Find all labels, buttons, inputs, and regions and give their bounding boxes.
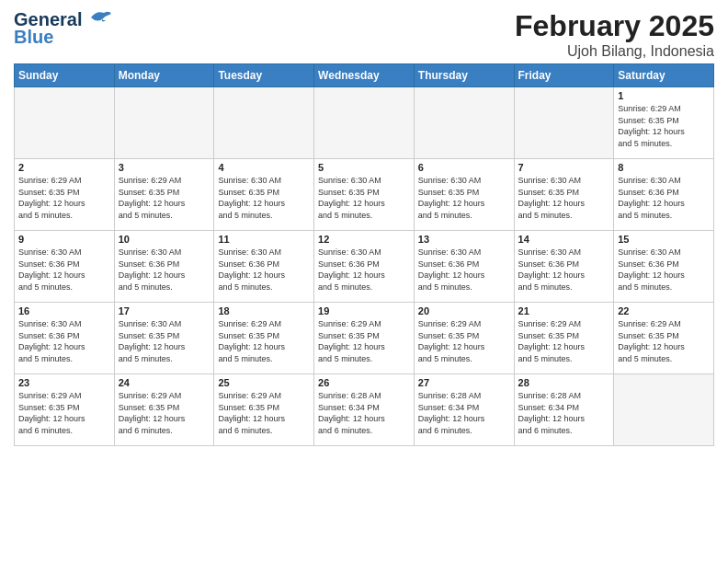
day-number: 4 bbox=[218, 162, 310, 173]
day-number: 16 bbox=[18, 305, 110, 316]
calendar-cell: 27Sunrise: 6:28 AM Sunset: 6:34 PM Dayli… bbox=[414, 374, 514, 446]
calendar-cell: 24Sunrise: 6:29 AM Sunset: 6:35 PM Dayli… bbox=[114, 374, 214, 446]
day-info: Sunrise: 6:29 AM Sunset: 6:35 PM Dayligh… bbox=[318, 318, 410, 364]
calendar-table: Sunday Monday Tuesday Wednesday Thursday… bbox=[14, 63, 714, 446]
header-thursday: Thursday bbox=[414, 64, 514, 87]
day-info: Sunrise: 6:29 AM Sunset: 6:35 PM Dayligh… bbox=[218, 318, 310, 364]
calendar-cell: 6Sunrise: 6:30 AM Sunset: 6:35 PM Daylig… bbox=[414, 159, 514, 231]
day-number: 24 bbox=[119, 377, 210, 388]
calendar-cell: 9Sunrise: 6:30 AM Sunset: 6:36 PM Daylig… bbox=[15, 231, 115, 303]
day-info: Sunrise: 6:30 AM Sunset: 6:36 PM Dayligh… bbox=[518, 247, 610, 293]
calendar-cell: 17Sunrise: 6:30 AM Sunset: 6:35 PM Dayli… bbox=[114, 303, 214, 374]
week-row-3: 9Sunrise: 6:30 AM Sunset: 6:36 PM Daylig… bbox=[15, 231, 714, 303]
day-info: Sunrise: 6:28 AM Sunset: 6:34 PM Dayligh… bbox=[318, 390, 410, 436]
day-number: 22 bbox=[618, 305, 710, 316]
day-info: Sunrise: 6:30 AM Sunset: 6:36 PM Dayligh… bbox=[18, 318, 110, 364]
day-number: 13 bbox=[418, 234, 510, 245]
calendar-cell: 1Sunrise: 6:29 AM Sunset: 6:35 PM Daylig… bbox=[614, 87, 714, 159]
day-info: Sunrise: 6:29 AM Sunset: 6:35 PM Dayligh… bbox=[418, 318, 510, 364]
calendar-cell: 4Sunrise: 6:30 AM Sunset: 6:35 PM Daylig… bbox=[214, 159, 314, 231]
day-info: Sunrise: 6:28 AM Sunset: 6:34 PM Dayligh… bbox=[518, 390, 610, 436]
calendar-cell: 3Sunrise: 6:29 AM Sunset: 6:35 PM Daylig… bbox=[114, 159, 214, 231]
calendar-cell bbox=[514, 87, 614, 159]
day-info: Sunrise: 6:29 AM Sunset: 6:35 PM Dayligh… bbox=[18, 390, 110, 436]
week-row-4: 16Sunrise: 6:30 AM Sunset: 6:36 PM Dayli… bbox=[15, 303, 714, 374]
day-number: 1 bbox=[618, 90, 710, 101]
calendar-cell bbox=[614, 374, 714, 446]
day-number: 20 bbox=[418, 305, 510, 316]
day-number: 19 bbox=[318, 305, 410, 316]
calendar-cell: 7Sunrise: 6:30 AM Sunset: 6:35 PM Daylig… bbox=[514, 159, 614, 231]
calendar-title: February 2025 bbox=[515, 9, 714, 43]
day-info: Sunrise: 6:29 AM Sunset: 6:35 PM Dayligh… bbox=[119, 390, 210, 436]
day-number: 9 bbox=[18, 234, 110, 245]
header-friday: Friday bbox=[514, 64, 614, 87]
day-info: Sunrise: 6:28 AM Sunset: 6:34 PM Dayligh… bbox=[418, 390, 510, 436]
day-number: 11 bbox=[218, 234, 310, 245]
header: General Blue February 2025 Ujoh Bilang, … bbox=[14, 9, 714, 60]
calendar-subtitle: Ujoh Bilang, Indonesia bbox=[515, 43, 714, 60]
header-sunday: Sunday bbox=[15, 64, 115, 87]
day-info: Sunrise: 6:30 AM Sunset: 6:35 PM Dayligh… bbox=[518, 175, 610, 221]
day-number: 17 bbox=[119, 305, 210, 316]
calendar-cell: 12Sunrise: 6:30 AM Sunset: 6:36 PM Dayli… bbox=[314, 231, 415, 303]
calendar-cell: 21Sunrise: 6:29 AM Sunset: 6:35 PM Dayli… bbox=[514, 303, 614, 374]
calendar-cell bbox=[214, 87, 314, 159]
day-number: 28 bbox=[518, 377, 610, 388]
logo-blue: Blue bbox=[14, 27, 53, 48]
calendar-cell bbox=[114, 87, 214, 159]
day-number: 6 bbox=[418, 162, 510, 173]
header-saturday: Saturday bbox=[614, 64, 714, 87]
calendar-cell: 19Sunrise: 6:29 AM Sunset: 6:35 PM Dayli… bbox=[314, 303, 415, 374]
day-info: Sunrise: 6:30 AM Sunset: 6:36 PM Dayligh… bbox=[618, 247, 710, 293]
day-info: Sunrise: 6:30 AM Sunset: 6:36 PM Dayligh… bbox=[119, 247, 210, 293]
day-number: 2 bbox=[18, 162, 110, 173]
calendar-cell: 14Sunrise: 6:30 AM Sunset: 6:36 PM Dayli… bbox=[514, 231, 614, 303]
day-info: Sunrise: 6:30 AM Sunset: 6:36 PM Dayligh… bbox=[418, 247, 510, 293]
day-info: Sunrise: 6:29 AM Sunset: 6:35 PM Dayligh… bbox=[618, 103, 710, 149]
day-info: Sunrise: 6:29 AM Sunset: 6:35 PM Dayligh… bbox=[218, 390, 310, 436]
calendar-header-row: Sunday Monday Tuesday Wednesday Thursday… bbox=[15, 64, 714, 87]
header-wednesday: Wednesday bbox=[314, 64, 415, 87]
day-number: 23 bbox=[18, 377, 110, 388]
week-row-1: 1Sunrise: 6:29 AM Sunset: 6:35 PM Daylig… bbox=[15, 87, 714, 159]
calendar-cell: 25Sunrise: 6:29 AM Sunset: 6:35 PM Dayli… bbox=[214, 374, 314, 446]
calendar-cell: 15Sunrise: 6:30 AM Sunset: 6:36 PM Dayli… bbox=[614, 231, 714, 303]
calendar-cell: 13Sunrise: 6:30 AM Sunset: 6:36 PM Dayli… bbox=[414, 231, 514, 303]
calendar-cell: 23Sunrise: 6:29 AM Sunset: 6:35 PM Dayli… bbox=[15, 374, 115, 446]
calendar-cell: 28Sunrise: 6:28 AM Sunset: 6:34 PM Dayli… bbox=[514, 374, 614, 446]
day-number: 5 bbox=[318, 162, 410, 173]
calendar-cell: 11Sunrise: 6:30 AM Sunset: 6:36 PM Dayli… bbox=[214, 231, 314, 303]
day-info: Sunrise: 6:30 AM Sunset: 6:36 PM Dayligh… bbox=[618, 175, 710, 221]
header-tuesday: Tuesday bbox=[214, 64, 314, 87]
day-info: Sunrise: 6:30 AM Sunset: 6:36 PM Dayligh… bbox=[218, 247, 310, 293]
calendar-cell: 26Sunrise: 6:28 AM Sunset: 6:34 PM Dayli… bbox=[314, 374, 415, 446]
day-info: Sunrise: 6:29 AM Sunset: 6:35 PM Dayligh… bbox=[18, 175, 110, 221]
calendar-cell: 20Sunrise: 6:29 AM Sunset: 6:35 PM Dayli… bbox=[414, 303, 514, 374]
calendar-cell bbox=[15, 87, 115, 159]
calendar-cell: 22Sunrise: 6:29 AM Sunset: 6:35 PM Dayli… bbox=[614, 303, 714, 374]
day-info: Sunrise: 6:30 AM Sunset: 6:35 PM Dayligh… bbox=[119, 318, 210, 364]
day-info: Sunrise: 6:30 AM Sunset: 6:35 PM Dayligh… bbox=[318, 175, 410, 221]
day-info: Sunrise: 6:29 AM Sunset: 6:35 PM Dayligh… bbox=[119, 175, 210, 221]
day-number: 25 bbox=[218, 377, 310, 388]
logo-bird-icon bbox=[84, 8, 113, 29]
calendar-cell: 8Sunrise: 6:30 AM Sunset: 6:36 PM Daylig… bbox=[614, 159, 714, 231]
calendar-cell bbox=[414, 87, 514, 159]
header-monday: Monday bbox=[114, 64, 214, 87]
day-info: Sunrise: 6:30 AM Sunset: 6:36 PM Dayligh… bbox=[18, 247, 110, 293]
day-number: 3 bbox=[119, 162, 210, 173]
day-number: 8 bbox=[618, 162, 710, 173]
calendar-cell: 18Sunrise: 6:29 AM Sunset: 6:35 PM Dayli… bbox=[214, 303, 314, 374]
day-info: Sunrise: 6:30 AM Sunset: 6:35 PM Dayligh… bbox=[218, 175, 310, 221]
logo: General Blue bbox=[14, 9, 113, 48]
day-number: 27 bbox=[418, 377, 510, 388]
day-number: 21 bbox=[518, 305, 610, 316]
day-number: 14 bbox=[518, 234, 610, 245]
day-info: Sunrise: 6:30 AM Sunset: 6:35 PM Dayligh… bbox=[418, 175, 510, 221]
day-info: Sunrise: 6:29 AM Sunset: 6:35 PM Dayligh… bbox=[518, 318, 610, 364]
day-number: 10 bbox=[119, 234, 210, 245]
day-number: 26 bbox=[318, 377, 410, 388]
week-row-5: 23Sunrise: 6:29 AM Sunset: 6:35 PM Dayli… bbox=[15, 374, 714, 446]
calendar-cell: 16Sunrise: 6:30 AM Sunset: 6:36 PM Dayli… bbox=[15, 303, 115, 374]
